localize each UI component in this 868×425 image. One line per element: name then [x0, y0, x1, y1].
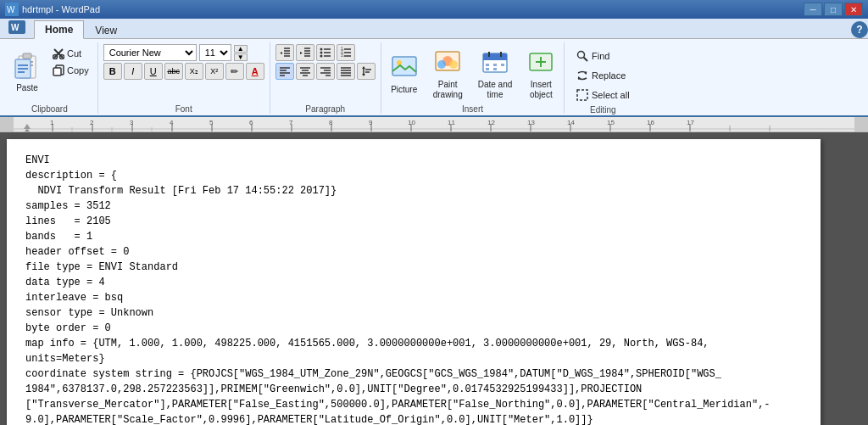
select-all-button[interactable]: Select all: [572, 87, 634, 103]
svg-text:2: 2: [90, 119, 94, 126]
strikethrough-button[interactable]: abc: [164, 63, 183, 80]
bullets-button[interactable]: [316, 44, 335, 61]
copy-button[interactable]: Copy: [49, 63, 92, 78]
svg-text:3.: 3.: [341, 53, 344, 58]
justify-button[interactable]: [337, 63, 355, 80]
find-button[interactable]: Find: [572, 48, 614, 64]
numbered-list-button[interactable]: 1.2.3.: [337, 44, 355, 61]
align-center-button[interactable]: [296, 63, 314, 80]
paste-button[interactable]: Paste: [7, 44, 47, 97]
increase-indent-button[interactable]: [296, 44, 314, 61]
editing-group-label: Editing: [570, 105, 636, 115]
ribbon-tab-bar: W Home View ?: [0, 19, 868, 39]
document-line: description = {: [25, 168, 802, 183]
italic-button[interactable]: I: [124, 63, 142, 80]
svg-text:1: 1: [50, 119, 54, 126]
cut-label: Cut: [67, 48, 81, 59]
svg-text:17: 17: [687, 119, 694, 126]
svg-text:12: 12: [487, 119, 495, 126]
svg-point-63: [397, 60, 402, 65]
picture-button[interactable]: Picture: [387, 50, 422, 97]
svg-point-33: [320, 55, 322, 58]
underline-button[interactable]: U: [144, 63, 163, 80]
document-page[interactable]: ENVIdescription = { NDVI Transform Resul…: [7, 139, 821, 425]
document-line: ["Transverse_Mercator"],PARAMETER["False…: [25, 397, 802, 412]
tab-view[interactable]: View: [84, 21, 128, 39]
font-content: Courier New 11 ▲ ▼ B I U abc X₂ X² ✏ A: [103, 44, 264, 103]
svg-rect-77: [493, 68, 497, 70]
svg-text:15: 15: [607, 119, 615, 126]
document-line: byte order = 0: [25, 321, 802, 336]
svg-rect-76: [486, 68, 489, 70]
cut-button[interactable]: Cut: [49, 46, 92, 61]
minimize-button[interactable]: ─: [804, 3, 822, 16]
document-area[interactable]: ENVIdescription = { NDVI Transform Resul…: [0, 132, 868, 425]
svg-line-82: [583, 58, 587, 62]
ruler: 1 2 3 4 5 6 7 8 9 10 11 12 13 14 15 16 1…: [0, 117, 868, 132]
svg-text:3: 3: [130, 119, 134, 126]
svg-text:11: 11: [448, 119, 455, 126]
svg-rect-62: [392, 57, 416, 75]
cut-copy-buttons: Cut Copy: [49, 44, 92, 103]
svg-rect-85: [577, 90, 587, 100]
svg-text:10: 10: [408, 119, 415, 126]
document-line: NDVI Transform Result [Fri Feb 17 14:55:…: [25, 183, 802, 199]
document-line: data type = 4: [25, 275, 802, 290]
paragraph-group: 1.2.3. Paragraph: [270, 42, 381, 114]
insert-object-button[interactable]: Insertobject: [523, 45, 559, 103]
font-size-decrease[interactable]: ▼: [234, 53, 248, 61]
find-label: Find: [592, 51, 609, 61]
clipboard-group-label: Clipboard: [7, 104, 92, 114]
svg-rect-74: [493, 64, 497, 66]
document-line: ENVI: [25, 153, 802, 168]
help-button[interactable]: ?: [851, 21, 868, 38]
copy-label: Copy: [67, 65, 89, 75]
svg-text:W: W: [11, 23, 19, 32]
svg-rect-10: [18, 64, 28, 66]
svg-marker-59: [362, 74, 365, 76]
maximize-button[interactable]: □: [824, 3, 843, 16]
svg-text:W: W: [7, 5, 15, 14]
replace-button[interactable]: Replace: [572, 67, 630, 84]
document-line: samples = 3512: [25, 199, 802, 214]
line-spacing-button[interactable]: [357, 63, 376, 80]
svg-rect-73: [486, 64, 489, 66]
svg-point-29: [320, 48, 322, 51]
subscript-button[interactable]: X₂: [185, 63, 203, 80]
bold-button[interactable]: B: [103, 63, 122, 80]
superscript-button[interactable]: X²: [205, 63, 224, 80]
document-line: interleave = bsq: [25, 290, 802, 305]
paragraph-group-label: Paragraph: [275, 104, 376, 114]
svg-point-67: [449, 60, 458, 69]
svg-rect-5: [23, 53, 31, 59]
svg-marker-58: [362, 66, 365, 69]
align-right-button[interactable]: [316, 63, 335, 80]
date-time-button[interactable]: Date andtime: [474, 45, 517, 103]
svg-marker-23: [280, 52, 282, 54]
svg-rect-12: [18, 71, 25, 73]
paint-drawing-button[interactable]: Paintdrawing: [429, 45, 467, 103]
align-left-button[interactable]: [275, 63, 294, 80]
para-row1: 1.2.3.: [275, 44, 355, 61]
tab-home[interactable]: Home: [34, 20, 84, 39]
decrease-indent-button[interactable]: [275, 44, 294, 61]
window-controls: ─ □ ✕: [804, 3, 863, 16]
font-size-select[interactable]: 11: [199, 44, 231, 61]
svg-marker-28: [300, 52, 303, 54]
font-family-select[interactable]: Courier New: [103, 44, 197, 61]
font-group: Courier New 11 ▲ ▼ B I U abc X₂ X² ✏ A: [98, 42, 270, 114]
font-color-button[interactable]: A: [246, 63, 264, 80]
svg-rect-87: [0, 117, 14, 132]
svg-text:8: 8: [329, 119, 333, 126]
tab-file[interactable]: W: [0, 16, 34, 39]
insert-object-label: Insertobject: [530, 80, 553, 100]
highlight-button[interactable]: ✏: [225, 63, 244, 80]
title-bar: W hdrtmpl - WordPad ─ □ ✕: [0, 0, 868, 19]
svg-rect-88: [854, 117, 868, 132]
svg-rect-75: [501, 64, 504, 66]
svg-text:6: 6: [249, 119, 253, 126]
font-size-increase[interactable]: ▲: [234, 45, 248, 53]
document-line: 9.0],PARAMETER["Scale_Factor",0.9996],PA…: [25, 412, 802, 425]
svg-point-66: [437, 60, 446, 69]
close-button[interactable]: ✕: [844, 3, 863, 16]
